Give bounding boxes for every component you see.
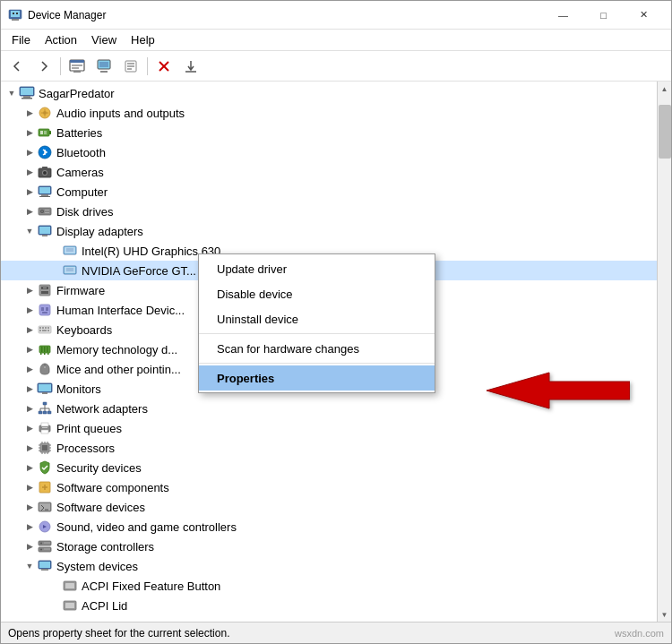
expand-security[interactable]: ▶ <box>22 460 37 475</box>
monitors-label: Monitors <box>56 382 101 396</box>
audio-label: Audio inputs and outputs <box>56 107 185 120</box>
context-uninstall-device[interactable]: Uninstall device <box>199 306 435 331</box>
tree-item-audio[interactable]: ▶ Audio inputs and outputs <box>1 103 657 123</box>
keyboards-icon <box>37 322 53 338</box>
scroll-up[interactable]: ▲ <box>658 82 671 96</box>
tree-item-system[interactable]: ▼ System devices <box>1 556 657 576</box>
expand-monitors[interactable]: ▶ <box>22 382 37 396</box>
expand-batteries[interactable]: ▶ <box>22 125 37 140</box>
expand-software-dev[interactable]: ▶ <box>22 500 37 514</box>
svg-rect-6 <box>70 60 84 63</box>
expand-firmware[interactable]: ▶ <box>22 283 37 297</box>
tree-item-acpi1[interactable]: ▶ ACPI Fixed Feature Button <box>1 576 657 596</box>
toolbar-download[interactable] <box>178 54 203 79</box>
print-icon <box>37 420 53 436</box>
status-text: Opens property sheet for the current sel… <box>8 627 229 640</box>
expand-root[interactable]: ▼ <box>4 86 19 100</box>
toolbar-delete[interactable] <box>151 54 177 79</box>
expand-display[interactable]: ▼ <box>22 224 37 238</box>
toolbar-sep-1 <box>60 57 61 75</box>
tree-item-disk[interactable]: ▶ Disk drives <box>1 202 657 221</box>
svg-rect-12 <box>100 71 108 73</box>
svg-rect-127 <box>65 583 74 588</box>
expand-cameras[interactable]: ▶ <box>22 165 37 179</box>
tree-item-software-comp[interactable]: ▶ Software components <box>1 477 657 497</box>
expand-audio[interactable]: ▶ <box>22 106 37 120</box>
tree-item-display[interactable]: ▼ Display adapters <box>1 221 657 241</box>
expand-memory[interactable]: ▶ <box>22 342 37 356</box>
cameras-label: Cameras <box>56 166 104 179</box>
software-comp-label: Software components <box>56 481 169 494</box>
toolbar-back[interactable] <box>4 54 30 79</box>
tree-item-processors[interactable]: ▶ <box>1 438 657 458</box>
expand-mice[interactable]: ▶ <box>22 362 37 376</box>
svg-rect-58 <box>43 288 47 288</box>
expand-network[interactable]: ▶ <box>22 401 37 416</box>
red-arrow <box>487 368 630 416</box>
expand-disk[interactable]: ▶ <box>22 204 37 219</box>
tree-item-computer[interactable]: ▶ Computer <box>1 182 657 202</box>
cameras-icon <box>37 164 53 180</box>
expand-keyboards[interactable]: ▶ <box>22 322 37 337</box>
hid-label: Human Interface Devic... <box>56 304 185 317</box>
tree-panel[interactable]: ▼ SagarPredator ▶ <box>1 82 657 622</box>
minimize-button[interactable]: — <box>543 1 583 30</box>
expand-computer[interactable]: ▶ <box>22 185 37 199</box>
svg-rect-57 <box>41 291 48 294</box>
tree-item-bluetooth[interactable]: ▶ Bluetooth <box>1 142 657 162</box>
monitors-icon <box>37 381 53 397</box>
scroll-down[interactable]: ▼ <box>658 607 671 622</box>
tree-item-software-dev[interactable]: ▶ Software devices <box>1 497 657 517</box>
device-manager-window: Device Manager — □ ✕ File Action View He… <box>0 0 672 644</box>
tree-root[interactable]: ▼ SagarPredator <box>1 83 657 103</box>
svg-rect-121 <box>44 543 50 544</box>
scroll-thumb[interactable] <box>659 105 671 159</box>
tree-item-security[interactable]: ▶ Security devices <box>1 458 657 477</box>
context-disable-device[interactable]: Disable device <box>199 281 435 306</box>
app-icon <box>8 8 22 22</box>
security-icon <box>37 459 53 476</box>
context-update-driver[interactable]: Update driver <box>199 256 435 281</box>
svg-rect-42 <box>45 210 49 210</box>
bluetooth-icon <box>37 144 53 160</box>
tree-item-cameras[interactable]: ▶ Cameras <box>1 162 657 182</box>
toolbar-scan[interactable] <box>91 54 116 79</box>
tree-item-acpi2[interactable]: ▶ ACPI Lid <box>1 596 657 615</box>
scrollbar[interactable]: ▲ ▼ <box>657 82 671 622</box>
toolbar-sep-2 <box>147 57 148 75</box>
svg-rect-22 <box>23 96 30 98</box>
tree-item-print[interactable]: ▶ Print queues <box>1 418 657 438</box>
menu-help[interactable]: Help <box>124 30 162 50</box>
tree-item-batteries[interactable]: ▶ Batteries <box>1 123 657 142</box>
menu-file[interactable]: File <box>4 30 38 50</box>
svg-rect-3 <box>13 13 14 14</box>
svg-marker-130 <box>487 373 630 408</box>
tree-item-storage[interactable]: ▶ Storage controllers <box>1 537 657 556</box>
svg-rect-70 <box>47 330 49 331</box>
toolbar-forward[interactable] <box>31 54 56 79</box>
root-label: SagarPredator <box>39 87 115 100</box>
svg-rect-95 <box>42 427 47 428</box>
expand-print[interactable]: ▶ <box>22 421 37 435</box>
tree-item-sound[interactable]: ▶ Sound, video and game controllers <box>1 517 657 537</box>
svg-rect-55 <box>39 285 50 296</box>
firmware-label: Firmware <box>56 284 105 297</box>
toolbar-edit[interactable] <box>118 54 143 79</box>
expand-software-comp[interactable]: ▶ <box>22 480 37 494</box>
expand-storage[interactable]: ▶ <box>22 539 37 554</box>
memory-icon <box>37 341 53 357</box>
svg-rect-73 <box>44 347 46 352</box>
maximize-button[interactable]: □ <box>583 1 624 30</box>
toolbar-properties[interactable] <box>65 54 90 79</box>
expand-system[interactable]: ▼ <box>22 559 37 573</box>
expand-bluetooth[interactable]: ▶ <box>22 145 37 159</box>
svg-rect-76 <box>44 353 46 355</box>
context-scan-hardware[interactable]: Scan for hardware changes <box>199 336 435 361</box>
context-properties[interactable]: Properties <box>199 365 435 391</box>
expand-processors[interactable]: ▶ <box>22 441 37 455</box>
menu-action[interactable]: Action <box>38 30 84 50</box>
menu-view[interactable]: View <box>84 30 124 50</box>
expand-hid[interactable]: ▶ <box>22 303 37 317</box>
close-button[interactable]: ✕ <box>624 1 664 30</box>
expand-sound[interactable]: ▶ <box>22 519 37 534</box>
